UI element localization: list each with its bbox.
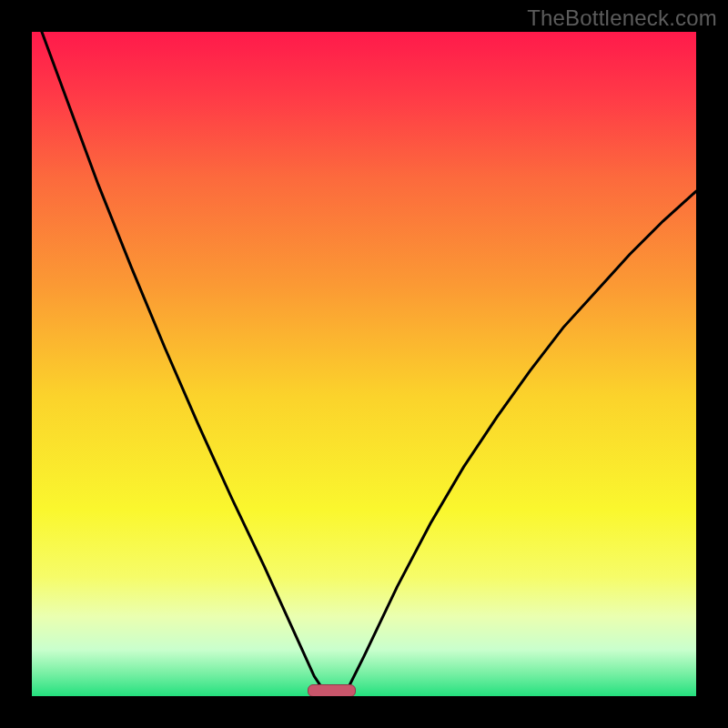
optimal-range-marker [308, 684, 356, 696]
bottleneck-curves [32, 32, 696, 696]
chart-frame: TheBottleneck.com [0, 0, 728, 728]
watermark-text: TheBottleneck.com [527, 5, 717, 31]
curve-right [344, 191, 696, 696]
plot-area [32, 32, 696, 696]
curve-left [42, 32, 328, 696]
